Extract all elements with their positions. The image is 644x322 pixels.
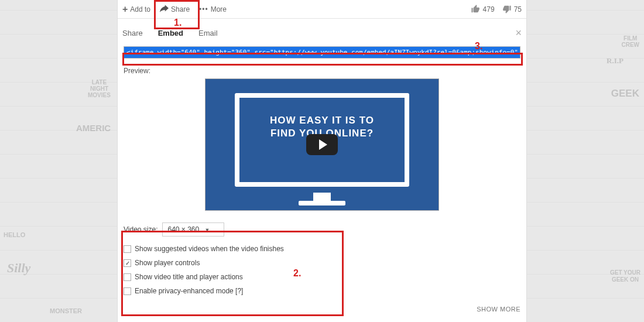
option-row: Show suggested videos when the video fin… (124, 245, 520, 253)
play-icon (319, 139, 327, 150)
preview-container: HOW EASY IT IS TO FIND YOU ONLINE? (118, 78, 526, 213)
play-button[interactable] (306, 134, 338, 155)
checkbox[interactable] (124, 273, 131, 281)
checkbox[interactable]: ✓ (124, 259, 131, 267)
bg-text-silly: Silly (7, 261, 30, 276)
checkbox-label: Enable privacy-enhanced mode [?] (135, 287, 243, 295)
add-to-label: Add to (130, 5, 150, 13)
dislike-count: 75 (514, 5, 522, 13)
thumbs-down-icon (502, 4, 512, 14)
video-size-row: Video size: 640 × 360 ▼ (124, 222, 520, 237)
monitor-stand-graphic (313, 193, 331, 201)
show-more-button[interactable]: SHOW MORE (124, 301, 520, 315)
like-button[interactable]: 479 (471, 4, 495, 14)
share-arrow-icon (160, 5, 169, 14)
annotation-label-1: 1. (174, 18, 181, 28)
share-button[interactable]: Share (160, 5, 190, 14)
share-panel: + Add to Share ••• More 479 (117, 0, 527, 322)
annotation-label-3: 3. (475, 41, 482, 52)
tab-embed[interactable]: Embed (158, 29, 183, 37)
video-preview[interactable]: HOW EASY IT IS TO FIND YOU ONLINE? (205, 78, 439, 211)
tab-email[interactable]: Email (198, 29, 218, 37)
checkbox-label: Show video title and player actions (135, 273, 243, 281)
more-button[interactable]: ••• More (199, 5, 227, 13)
thumbs-up-icon (471, 4, 481, 14)
video-caption-line1: HOW EASY IT IS TO (205, 114, 439, 127)
more-label: More (211, 5, 227, 13)
bg-text-rip: R.I.P (607, 56, 624, 66)
embed-code-input[interactable]: <iframe width="640" height="360" src="ht… (124, 46, 520, 59)
chevron-down-icon: ▼ (205, 227, 210, 233)
checkbox[interactable] (124, 287, 131, 295)
dislike-button[interactable]: 75 (502, 4, 522, 14)
bg-text-geek: GEEK (611, 88, 639, 100)
bg-text-americ: AMERIC (76, 123, 111, 133)
bg-text-hello: HELLO (4, 231, 25, 238)
option-row: ✓Show player controls (124, 259, 520, 267)
bg-text-late: LATE NIGHT MOVIES (88, 79, 111, 98)
add-to-button[interactable]: + Add to (122, 5, 150, 14)
share-label: Share (171, 5, 190, 13)
video-size-label: Video size: (124, 225, 157, 234)
video-size-select[interactable]: 640 × 360 ▼ (162, 222, 224, 237)
bg-text-geekon: GET YOUR GEEK ON (610, 269, 640, 283)
bg-text-filmcrew: FILM CREW (621, 35, 639, 48)
option-row: Show video title and player actions (124, 273, 520, 281)
video-size-value: 640 × 360 (167, 225, 199, 234)
bg-text-monster: MONSTER (50, 307, 82, 314)
like-count: 479 (483, 5, 495, 13)
checkbox-label: Show suggested videos when the video fin… (135, 245, 284, 253)
close-icon[interactable]: × (515, 27, 522, 39)
more-dots-icon: ••• (199, 5, 208, 13)
plus-icon: + (122, 5, 128, 14)
monitor-base-graphic (299, 201, 345, 205)
checkbox[interactable] (124, 245, 131, 253)
tab-share[interactable]: Share (122, 29, 143, 37)
embed-options: Video size: 640 × 360 ▼ Show suggested v… (124, 222, 520, 315)
checkbox-label: Show player controls (135, 259, 200, 267)
option-row: Enable privacy-enhanced mode [?] (124, 287, 520, 295)
video-action-bar: + Add to Share ••• More 479 (118, 0, 526, 19)
preview-label: Preview: (124, 67, 520, 75)
annotation-label-2: 2. (293, 268, 301, 279)
